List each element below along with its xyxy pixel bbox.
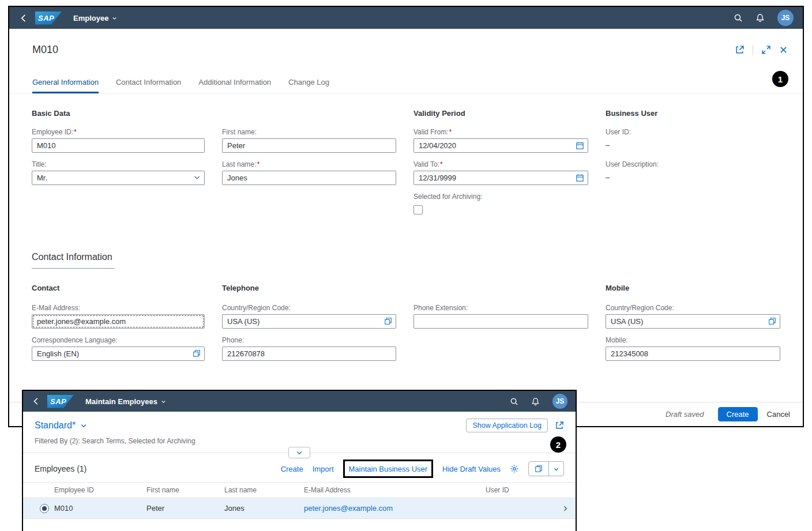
bell-icon[interactable]: [755, 13, 765, 22]
contact-information-heading: Contact Information: [32, 252, 115, 269]
group-title-mobile: Mobile: [606, 284, 780, 292]
valid-from-field: Valid From:*: [413, 128, 588, 153]
correspondence-language-label: Correspondence Language:: [32, 336, 205, 344]
phone-extension-input[interactable]: [413, 314, 588, 329]
chevron-down-icon: [296, 449, 303, 456]
tab-general-information[interactable]: General Information: [32, 78, 99, 93]
employee-id-input[interactable]: [32, 138, 205, 153]
user-id-value: –: [606, 141, 780, 149]
divider: [753, 45, 753, 55]
maintain-business-user-button[interactable]: Maintain Business User: [349, 465, 428, 473]
required-marker: *: [440, 160, 443, 168]
archiving-field: Selected for Archiving:: [413, 193, 588, 217]
cell-email-link[interactable]: peter.jones@example.com: [304, 504, 486, 513]
tab-change-log[interactable]: Change Log: [288, 78, 329, 93]
valid-to-field: Valid To:*: [413, 160, 588, 185]
user-id-label: User ID:: [606, 128, 780, 136]
archiving-checkbox[interactable]: [413, 205, 423, 214]
avatar[interactable]: JS: [552, 394, 567, 409]
hide-draft-values-button[interactable]: Hide Draft Values: [442, 465, 501, 473]
valid-to-input[interactable]: [413, 171, 588, 185]
title-select[interactable]: [32, 171, 205, 185]
phone-input[interactable]: [222, 347, 396, 361]
back-button[interactable]: [31, 396, 42, 406]
cell-employee-id: M010: [54, 504, 146, 513]
avatar[interactable]: JS: [777, 10, 794, 26]
table-row[interactable]: M010 Peter Jones peter.jones@example.com: [23, 498, 576, 519]
group-title-contact: Contact: [32, 284, 205, 292]
required-marker: *: [449, 128, 452, 136]
annotation-badge-1: 1: [772, 71, 788, 87]
value-help-icon[interactable]: [193, 349, 201, 357]
chevron-down-icon[interactable]: [193, 174, 201, 181]
shell-actions: JS: [734, 10, 794, 26]
draft-status: Draft saved: [666, 410, 704, 419]
value-help-icon[interactable]: [768, 317, 776, 325]
close-icon[interactable]: [779, 46, 788, 54]
tab-strip: General Information Contact Information …: [9, 78, 803, 94]
column-header-email[interactable]: E-Mail Address: [304, 486, 486, 494]
calendar-icon[interactable]: [576, 141, 584, 150]
create-button[interactable]: Create: [281, 465, 303, 473]
avatar-initials: JS: [781, 14, 790, 22]
variant-selector[interactable]: Standard*: [35, 420, 87, 431]
employee-id-field: Employee ID:*: [32, 128, 205, 153]
valid-from-input[interactable]: [413, 138, 588, 153]
column-header-user-id[interactable]: User ID: [486, 486, 555, 494]
column-header-employee-id[interactable]: Employee ID: [54, 486, 146, 494]
collapse-header-button[interactable]: [288, 447, 310, 458]
search-icon[interactable]: [510, 397, 518, 406]
shell-actions: JS: [510, 394, 567, 409]
last-name-input[interactable]: [222, 171, 396, 185]
email-input[interactable]: [32, 314, 205, 329]
shell-bar: SAP Maintain Employees JS: [23, 391, 576, 412]
page-title: M010: [32, 44, 58, 56]
maintain-employees-window: SAP Maintain Employees JS 2 Standard*: [22, 390, 577, 531]
copy-button[interactable]: [528, 461, 549, 476]
tab-additional-information[interactable]: Additional Information: [198, 78, 271, 93]
tab-contact-information[interactable]: Contact Information: [116, 78, 181, 93]
column-header-first-name[interactable]: First name: [146, 486, 224, 494]
required-marker: *: [257, 160, 260, 168]
chevron-right-icon[interactable]: [562, 505, 576, 512]
mobile-country-label: Country/Region Code:: [606, 304, 780, 312]
valid-from-label: Valid From:: [413, 128, 448, 136]
row-radio-selected[interactable]: [40, 504, 49, 513]
back-button[interactable]: [18, 13, 29, 24]
correspondence-language-field: Correspondence Language:: [32, 336, 205, 361]
basic-data-grid: Basic Data Validity Period Business User…: [32, 109, 780, 224]
column-header-last-name[interactable]: Last name: [224, 486, 304, 494]
mobile-field: Mobile:: [606, 336, 780, 361]
mobile-country-input[interactable]: [606, 314, 780, 329]
user-description-label: User Description:: [606, 160, 780, 168]
bell-icon[interactable]: [531, 397, 540, 406]
telephone-country-input[interactable]: [222, 314, 396, 329]
object-page-header: M010: [9, 29, 803, 56]
section-title-validity-period: Validity Period: [413, 109, 588, 118]
user-id-field: User ID: –: [606, 128, 780, 153]
header-actions: [735, 45, 788, 55]
app-title[interactable]: Employee: [73, 14, 117, 22]
split-button-arrow[interactable]: [549, 461, 564, 476]
chevron-down-icon: [553, 466, 559, 472]
create-button[interactable]: Create: [718, 407, 758, 421]
settings-button[interactable]: [510, 464, 519, 473]
show-application-log-button[interactable]: Show Application Log: [466, 419, 548, 432]
cancel-button[interactable]: Cancel: [767, 410, 790, 419]
value-help-icon[interactable]: [384, 317, 392, 325]
phone-extension-label: Phone Extension:: [413, 304, 588, 312]
mobile-input[interactable]: [606, 347, 780, 361]
share-icon[interactable]: [735, 45, 745, 55]
expand-icon[interactable]: [761, 45, 771, 55]
import-button[interactable]: Import: [313, 465, 334, 473]
first-name-input[interactable]: [222, 138, 396, 153]
app-title[interactable]: Maintain Employees: [85, 397, 166, 406]
correspondence-language-input[interactable]: [32, 347, 205, 361]
table-header-row: Employee ID First name Last name E-Mail …: [23, 482, 576, 498]
search-icon[interactable]: [734, 13, 743, 22]
share-icon[interactable]: [555, 421, 564, 430]
calendar-icon[interactable]: [576, 174, 584, 182]
section-title-basic-data: Basic Data: [32, 109, 205, 118]
user-description-field: User Description: –: [606, 160, 780, 185]
email-label: E-Mail Address:: [32, 304, 205, 312]
